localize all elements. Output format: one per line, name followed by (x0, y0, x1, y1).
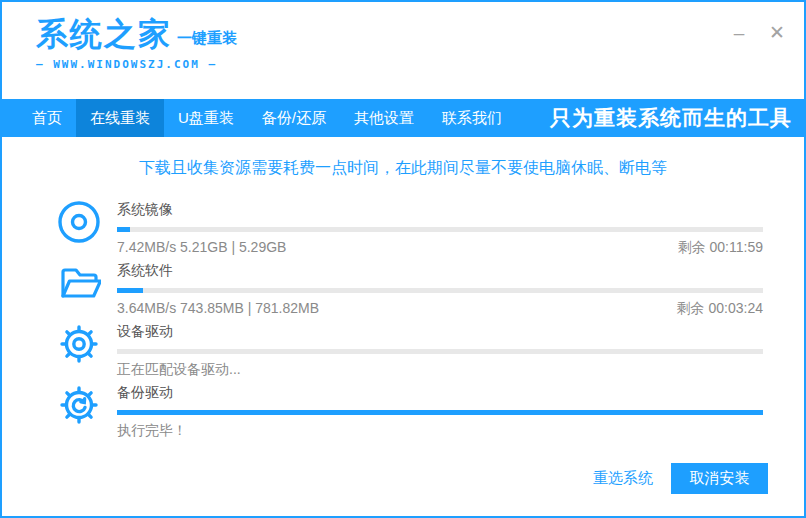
task-status: 正在匹配设备驱动... (117, 361, 241, 379)
nav-item-other-settings[interactable]: 其他设置 (340, 99, 428, 137)
download-notice: 下载且收集资源需要耗费一点时间，在此期间尽量不要使电脑休眠、断电等 (2, 158, 804, 180)
task-row-system-image: 系统镜像 7.42MB/s 5.21GB | 5.29GB 剩余 00:11:5… (2, 198, 804, 259)
disc-icon (57, 200, 101, 244)
close-icon[interactable]: ✕ (766, 22, 788, 44)
task-row-device-driver: 设备驱动 正在匹配设备驱动... (2, 320, 804, 381)
nav-item-home[interactable]: 首页 (18, 99, 76, 137)
website-url: — WWW.WINDOWSZJ.COM — (36, 58, 237, 71)
progress-bar (117, 227, 763, 232)
logo-subtitle: 一键重装 (177, 29, 237, 48)
nav-slogan: 只为重装系统而生的工具 (550, 99, 804, 137)
progress-fill (117, 227, 130, 232)
progress-fill (117, 288, 143, 293)
task-status: 7.42MB/s 5.21GB | 5.29GB (117, 239, 286, 257)
progress-fill (117, 410, 763, 415)
task-title: 备份驱动 (117, 381, 763, 402)
logo-text: 系统之家 (36, 18, 172, 50)
progress-list: 系统镜像 7.42MB/s 5.21GB | 5.29GB 剩余 00:11:5… (2, 198, 804, 442)
gear-icon (57, 322, 101, 366)
nav-item-online-reinstall[interactable]: 在线重装 (76, 99, 164, 137)
task-title: 系统镜像 (117, 198, 763, 219)
gear-sync-icon (57, 383, 101, 427)
folder-icon (57, 261, 101, 305)
app-logo: 系统之家 一键重装 — WWW.WINDOWSZJ.COM — (36, 18, 237, 71)
progress-bar (117, 410, 763, 415)
reselect-system-button[interactable]: 重选系统 (593, 469, 653, 488)
task-remaining: 剩余 00:11:59 (678, 239, 763, 257)
window-controls: – ✕ (728, 22, 788, 44)
task-title: 设备驱动 (117, 320, 763, 341)
task-title: 系统软件 (117, 259, 763, 280)
task-status: 3.64MB/s 743.85MB | 781.82MB (117, 300, 319, 318)
nav-item-usb-reinstall[interactable]: U盘重装 (164, 99, 248, 137)
progress-bar (117, 349, 763, 354)
task-row-system-software: 系统软件 3.64MB/s 743.85MB | 781.82MB 剩余 00:… (2, 259, 804, 320)
nav-item-backup-restore[interactable]: 备份/还原 (248, 99, 340, 137)
progress-bar (117, 288, 763, 293)
nav-item-contact-us[interactable]: 联系我们 (428, 99, 516, 137)
task-row-backup-driver: 备份驱动 执行完毕！ (2, 381, 804, 442)
minimize-icon[interactable]: – (728, 22, 750, 44)
main-nav: 首页 在线重装 U盘重装 备份/还原 其他设置 联系我们 只为重装系统而生的工具 (2, 99, 804, 137)
titlebar: 系统之家 一键重装 — WWW.WINDOWSZJ.COM — – ✕ (2, 2, 804, 99)
cancel-install-button[interactable]: 取消安装 (671, 463, 768, 494)
footer-actions: 重选系统 取消安装 (593, 463, 768, 494)
task-status: 执行完毕！ (117, 422, 187, 440)
task-remaining: 剩余 00:03:24 (677, 300, 763, 318)
